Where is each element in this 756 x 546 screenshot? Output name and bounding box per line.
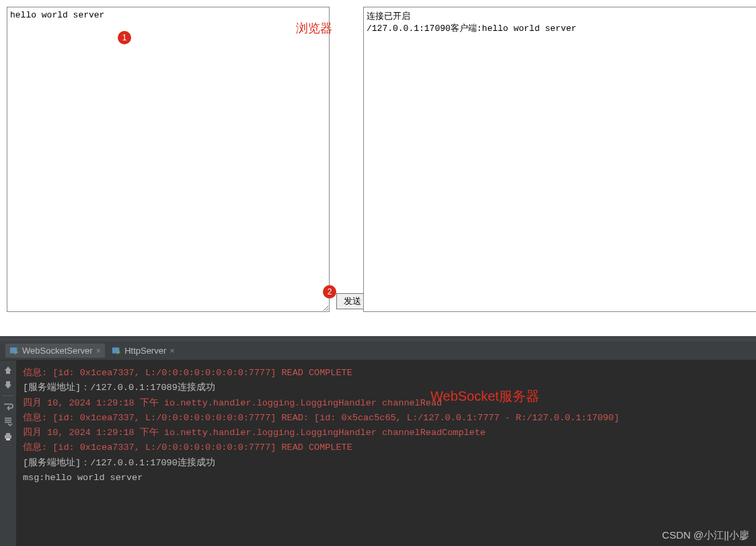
tab-label: HttpServer	[124, 346, 166, 356]
annotation-websocket-label: WebSocket服务器	[430, 387, 539, 405]
scroll-to-end-icon[interactable]	[3, 416, 13, 427]
run-config-icon	[112, 346, 121, 356]
console-line: 信息: [id: 0x1cea7337, L:/0:0:0:0:0:0:0:0:…	[23, 366, 749, 381]
annotation-badge-1: 1	[118, 31, 131, 44]
tab-label: WebSocketServer	[22, 346, 93, 356]
console-line: 四月 10, 2024 1:29:18 下午 io.netty.handler.…	[23, 426, 749, 440]
svg-rect-4	[5, 435, 11, 438]
close-icon[interactable]: ×	[169, 346, 175, 356]
soft-wrap-icon[interactable]	[3, 401, 13, 412]
message-input[interactable]	[7, 7, 330, 312]
server-log-output[interactable]	[363, 7, 756, 312]
console-line: 信息: [id: 0x1cea7337, L:/0:0:0:0:0:0:0:0:…	[23, 440, 749, 455]
console-line: [服务端地址]：/127.0.0.1:17090连接成功	[23, 456, 749, 471]
tab-websocket-server[interactable]: WebSocketServer ×	[5, 344, 105, 358]
down-arrow-icon[interactable]	[3, 379, 13, 390]
run-config-icon	[9, 346, 19, 356]
console-output[interactable]: 信息: [id: 0x1cea7337, L:/0:0:0:0:0:0:0:0:…	[0, 360, 756, 491]
tab-http-server[interactable]: HttpServer ×	[108, 344, 179, 358]
console-gutter	[0, 360, 16, 546]
console-line: 信息: [id: 0x1cea7337, L:/0:0:0:0:0:0:0:0:…	[23, 411, 749, 426]
annotation-badge-2: 2	[323, 285, 336, 299]
svg-rect-5	[6, 433, 10, 435]
svg-rect-6	[6, 438, 10, 440]
print-icon[interactable]	[3, 431, 13, 442]
console-line: msg:hello world server	[23, 471, 749, 485]
watermark: CSDN @小江||小廖	[662, 529, 749, 542]
console-line: 四月 10, 2024 1:29:18 下午 io.netty.handler.…	[23, 396, 749, 411]
console-panel: 信息: [id: 0x1cea7337, L:/0:0:0:0:0:0:0:0:…	[0, 360, 756, 546]
run-tab-bar: WebSocketServer × HttpServer ×	[0, 342, 756, 360]
log-column	[363, 7, 756, 336]
browser-panel: 发送 1 2 浏览器	[0, 0, 756, 336]
console-line: [服务端地址]：/127.0.0.1:17089连接成功	[23, 381, 749, 395]
panel-divider	[0, 336, 756, 342]
up-arrow-icon[interactable]	[3, 364, 13, 375]
close-icon[interactable]: ×	[96, 346, 102, 356]
input-column	[7, 7, 330, 336]
gutter-separator	[2, 395, 14, 396]
annotation-browser-label: 浏览器	[296, 20, 332, 36]
